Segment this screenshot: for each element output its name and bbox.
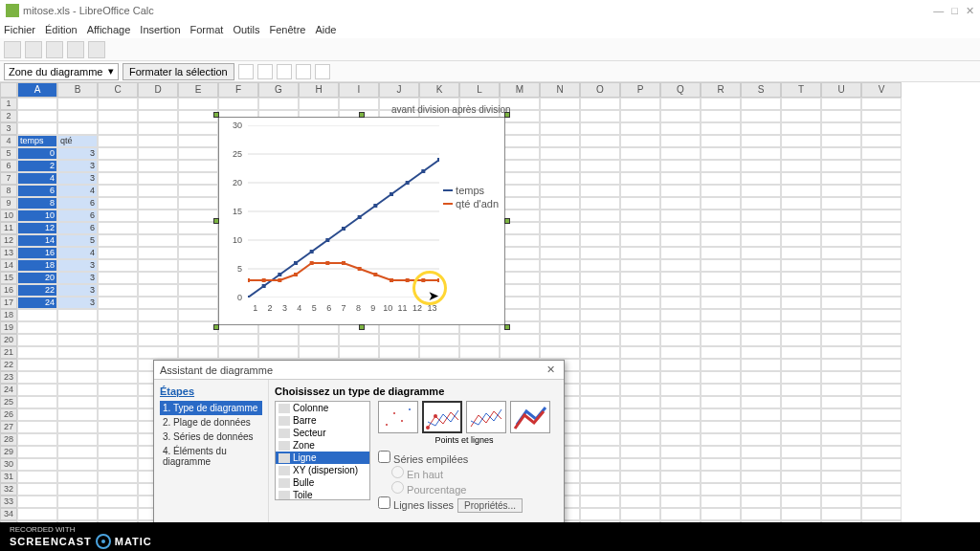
cell-T6[interactable] — [781, 160, 821, 172]
col-header-N[interactable]: N — [540, 82, 580, 98]
cell-U21[interactable] — [821, 346, 861, 359]
cell-P31[interactable] — [620, 471, 660, 483]
cell-B26[interactable] — [57, 408, 98, 421]
cell-G1[interactable] — [258, 98, 299, 110]
cell-B33[interactable] — [57, 496, 98, 508]
cell-V30[interactable] — [861, 458, 902, 471]
toolbar-btn-4[interactable] — [296, 64, 311, 79]
col-header-T[interactable]: T — [781, 82, 821, 98]
cell-Q29[interactable] — [660, 446, 701, 458]
col-header-A[interactable]: A — [17, 82, 57, 98]
cell-O19[interactable] — [580, 321, 620, 334]
cell-V3[interactable] — [861, 122, 902, 135]
cell-T22[interactable] — [781, 359, 821, 371]
cell-C32[interactable] — [98, 483, 138, 496]
cell-O8[interactable] — [580, 185, 620, 197]
row-header-27[interactable]: 27 — [0, 421, 17, 433]
cell-R26[interactable] — [701, 408, 741, 421]
cell-S20[interactable] — [741, 334, 781, 346]
cell-R19[interactable] — [701, 321, 741, 334]
cell-U33[interactable] — [821, 496, 861, 508]
cell-Q24[interactable] — [660, 384, 701, 396]
chart-type-Colonne[interactable]: Colonne — [276, 402, 369, 414]
cell-R30[interactable] — [701, 458, 741, 471]
cell-U30[interactable] — [821, 458, 861, 471]
cell-R17[interactable] — [701, 297, 741, 309]
cell-U32[interactable] — [821, 483, 861, 496]
cell-P30[interactable] — [620, 458, 660, 471]
cell-B17[interactable]: 3 — [57, 297, 98, 309]
cell-Q23[interactable] — [660, 371, 701, 384]
cell-N7[interactable] — [540, 172, 580, 185]
cell-P24[interactable] — [620, 384, 660, 396]
cell-U13[interactable] — [821, 247, 861, 259]
cell-Q21[interactable] — [660, 346, 701, 359]
cell-D18[interactable] — [138, 309, 178, 321]
cell-I21[interactable] — [339, 346, 379, 359]
cell-A28[interactable] — [17, 433, 57, 446]
cell-D6[interactable] — [138, 160, 178, 172]
cell-Q15[interactable] — [660, 272, 701, 284]
cell-Q22[interactable] — [660, 359, 701, 371]
col-header-K[interactable]: K — [419, 82, 459, 98]
cell-G20[interactable] — [258, 334, 299, 346]
cell-R1[interactable] — [701, 98, 741, 110]
row-header-20[interactable]: 20 — [0, 334, 17, 346]
cell-N11[interactable] — [540, 222, 580, 234]
cell-Q30[interactable] — [660, 458, 701, 471]
col-header-C[interactable]: C — [98, 82, 138, 98]
cell-R12[interactable] — [701, 234, 741, 247]
cell-B31[interactable] — [57, 471, 98, 483]
cell-T31[interactable] — [781, 471, 821, 483]
cell-Q3[interactable] — [660, 122, 701, 135]
cell-O11[interactable] — [580, 222, 620, 234]
col-header-V[interactable]: V — [861, 82, 902, 98]
cell-P27[interactable] — [620, 421, 660, 433]
menu-file[interactable]: Fichier — [4, 24, 35, 35]
cell-T9[interactable] — [781, 197, 821, 209]
cell-V28[interactable] — [861, 433, 902, 446]
cell-C31[interactable] — [98, 471, 138, 483]
cell-O28[interactable] — [580, 433, 620, 446]
cell-D3[interactable] — [138, 122, 178, 135]
cell-V22[interactable] — [861, 359, 902, 371]
cell-Q18[interactable] — [660, 309, 701, 321]
cell-C1[interactable] — [98, 98, 138, 110]
chart-type-Ligne[interactable]: Ligne — [276, 452, 369, 464]
cell-Q27[interactable] — [660, 421, 701, 433]
row-header-22[interactable]: 22 — [0, 359, 17, 371]
cell-R20[interactable] — [701, 334, 741, 346]
cell-O14[interactable] — [580, 259, 620, 272]
cell-R31[interactable] — [701, 471, 741, 483]
cell-O2[interactable] — [580, 110, 620, 122]
col-header-H[interactable]: H — [299, 82, 339, 98]
cell-U6[interactable] — [821, 160, 861, 172]
cell-N17[interactable] — [540, 297, 580, 309]
cell-O4[interactable] — [580, 135, 620, 147]
cell-U18[interactable] — [821, 309, 861, 321]
cell-D4[interactable] — [138, 135, 178, 147]
cell-C13[interactable] — [98, 247, 138, 259]
cell-S23[interactable] — [741, 371, 781, 384]
cell-S28[interactable] — [741, 433, 781, 446]
cell-O6[interactable] — [580, 160, 620, 172]
cell-B1[interactable] — [57, 98, 98, 110]
cell-N20[interactable] — [540, 334, 580, 346]
cell-A26[interactable] — [17, 408, 57, 421]
cell-D20[interactable] — [138, 334, 178, 346]
cell-B24[interactable] — [57, 384, 98, 396]
col-header-R[interactable]: R — [701, 82, 741, 98]
cell-V14[interactable] — [861, 259, 902, 272]
cell-U28[interactable] — [821, 433, 861, 446]
cell-B32[interactable] — [57, 483, 98, 496]
cell-R27[interactable] — [701, 421, 741, 433]
cell-Q9[interactable] — [660, 197, 701, 209]
cell-T17[interactable] — [781, 297, 821, 309]
toolbar-save[interactable] — [46, 41, 63, 58]
cell-V34[interactable] — [861, 508, 902, 520]
toolbar-btn-1[interactable] — [238, 64, 254, 79]
cell-H1[interactable] — [299, 98, 339, 110]
cell-N4[interactable] — [540, 135, 580, 147]
cell-Q26[interactable] — [660, 408, 701, 421]
cell-V5[interactable] — [861, 147, 902, 160]
